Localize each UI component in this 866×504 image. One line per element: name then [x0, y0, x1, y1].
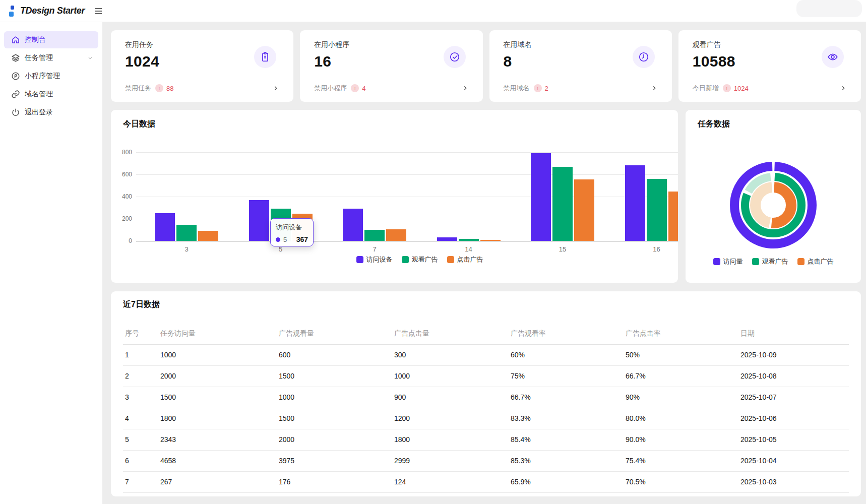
legend-swatch — [713, 258, 720, 265]
sidebar-item-dashboard[interactable]: 控制台 — [4, 31, 98, 48]
eye-icon — [822, 46, 844, 68]
stat-footer-label: 禁用任务 — [125, 84, 151, 93]
y-axis-tick: 400 — [111, 193, 132, 200]
table-cell: 6 — [123, 450, 158, 471]
table-cell: 2025-10-03 — [738, 471, 849, 492]
table-row: 646583975299985.3%75.4%2025-10-04 — [123, 450, 849, 471]
table-cell: 1000 — [277, 387, 392, 408]
table-row: 418001500120083.3%80.0%2025-10-06 — [123, 408, 849, 429]
clipboard-icon — [254, 46, 276, 68]
x-axis-tick: 15 — [547, 245, 578, 253]
sidebar-item-logout[interactable]: 退出登录 — [4, 104, 98, 121]
bar-访问设备[interactable] — [531, 153, 551, 241]
donut-chart-legend: 访问量观看广告点击广告 — [686, 257, 861, 266]
home-icon — [11, 35, 20, 44]
chevron-right-icon[interactable] — [651, 85, 658, 92]
bar-点击广告[interactable] — [198, 231, 218, 241]
sidebar-item-tasks[interactable]: 任务管理 — [4, 49, 98, 67]
power-icon — [11, 108, 20, 117]
legend-item[interactable]: 点击广告 — [797, 257, 834, 266]
collapse-menu-icon[interactable] — [93, 6, 104, 17]
legend-item[interactable]: 观看广告 — [402, 255, 438, 264]
table-cell: 90% — [624, 387, 738, 408]
legend-swatch — [752, 258, 759, 265]
sidebar-item-miniprogram[interactable]: 小程序管理 — [4, 68, 98, 85]
chevron-right-icon[interactable] — [272, 85, 279, 92]
stat-footer-label: 禁用域名 — [504, 84, 530, 93]
stats-row: 在用任务 1024 禁用任务 ↑ 88 在用小程序 16 禁用小程序 — [111, 30, 861, 102]
table-cell: 85.4% — [509, 429, 624, 450]
legend-label: 观看广告 — [762, 257, 788, 266]
bar-点击广告[interactable] — [386, 229, 406, 241]
table-cell: 600 — [277, 344, 392, 365]
arrow-up-icon: ↑ — [155, 84, 163, 92]
tooltip-series-name: 访问设备 — [276, 223, 308, 232]
legend-swatch — [402, 256, 409, 263]
chevron-right-icon[interactable] — [462, 85, 469, 92]
table-cell: 4 — [123, 408, 158, 429]
x-axis-tick: 7 — [359, 245, 390, 253]
table-row: 31500100090066.7%90%2025-10-07 — [123, 387, 849, 408]
bar-观看广告[interactable] — [552, 167, 573, 241]
stat-footer: 禁用任务 ↑ 88 — [125, 84, 279, 93]
table-row: 220001500100075%66.7%2025-10-08 — [123, 365, 849, 387]
legend-label: 点击广告 — [808, 257, 834, 266]
table-cell: 75% — [509, 365, 624, 387]
stat-footer-value: 88 — [166, 85, 173, 92]
bar-点击广告[interactable] — [668, 192, 678, 241]
bar-访问设备[interactable] — [249, 200, 269, 241]
table-cell: 1000 — [392, 365, 509, 387]
table-cell: 1800 — [158, 408, 277, 429]
header-ghost-pill — [796, 0, 862, 17]
chart-title: 今日数据 — [123, 119, 155, 130]
stat-footer: 禁用域名 ↑ 2 — [504, 84, 658, 93]
arrow-up-icon: ↑ — [723, 84, 731, 92]
bar-点击广告[interactable] — [574, 179, 594, 241]
legend-item[interactable]: 点击广告 — [447, 255, 483, 264]
x-axis-tick: 3 — [171, 245, 202, 253]
stat-card-ads: 观看广告 10588 今日新增 ↑ 1024 — [678, 30, 861, 102]
stat-footer-value: 1024 — [734, 85, 749, 92]
chevron-down-icon[interactable] — [87, 55, 93, 61]
table-cell: 124 — [392, 471, 509, 492]
bar-观看广告[interactable] — [176, 225, 197, 241]
legend-item[interactable]: 访问量 — [713, 257, 743, 266]
legend-item[interactable]: 访问设备 — [356, 255, 393, 264]
grid-line — [136, 152, 678, 153]
sidebar-item-domains[interactable]: 域名管理 — [4, 86, 98, 103]
table-cell: 50% — [624, 344, 738, 365]
app-title: TDesign Starter — [20, 6, 85, 16]
table-cell: 83.3% — [509, 408, 624, 429]
layers-icon — [11, 53, 20, 62]
bar-访问设备[interactable] — [343, 209, 363, 241]
table-cell: 1500 — [277, 365, 392, 387]
table-cell: 2000 — [158, 365, 277, 387]
table-cell: 1000 — [158, 344, 277, 365]
table-title: 近7日数据 — [123, 299, 849, 310]
legend-item[interactable]: 观看广告 — [752, 257, 788, 266]
x-axis-tick: 5 — [266, 245, 296, 253]
data-table-body: 1100060030060%50%2025-10-092200015001000… — [123, 344, 849, 492]
legend-label: 点击广告 — [457, 255, 483, 264]
arrow-up-icon: ↑ — [351, 84, 359, 92]
bar-观看广告[interactable] — [647, 179, 667, 241]
bar-访问设备[interactable] — [155, 213, 175, 241]
stat-footer-label: 禁用小程序 — [314, 84, 347, 93]
chevron-right-icon[interactable] — [840, 85, 847, 92]
table-cell: 2343 — [158, 429, 277, 450]
bar-访问设备[interactable] — [625, 165, 645, 241]
bar-访问设备[interactable] — [437, 237, 457, 241]
table-cell: 90.0% — [624, 429, 738, 450]
x-axis-tick: 16 — [642, 245, 672, 253]
bar-观看广告[interactable] — [364, 230, 385, 241]
table-cell: 75.4% — [624, 450, 738, 471]
charts-row: 今日数据 0200400600800357141516 访问设备 5 367 访… — [111, 110, 861, 283]
task-data-chart-card: 任务数据 访问量观看广告点击广告 — [686, 110, 861, 283]
data-table: 序号任务访问量广告观看量广告点击量广告观看率广告点击率日期 1100060030… — [123, 323, 849, 493]
table-cell: 176 — [277, 471, 392, 492]
table-cell: 2999 — [392, 450, 509, 471]
link-icon — [11, 90, 20, 99]
sidebar: 控制台 任务管理 小程序管理 域名管理 退出登录 — [0, 22, 102, 504]
table-row: 1100060030060%50%2025-10-09 — [123, 344, 849, 365]
donut-chart[interactable] — [721, 153, 826, 258]
